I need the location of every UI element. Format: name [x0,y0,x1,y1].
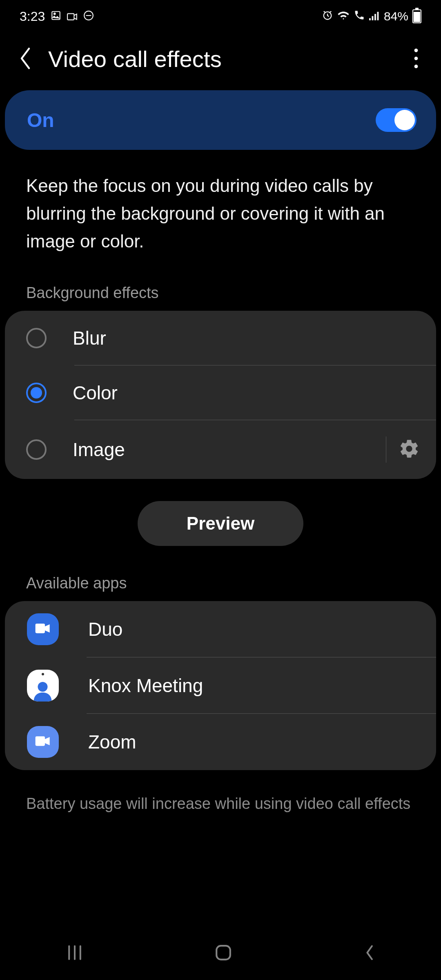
wifi-calling-icon [354,9,365,24]
battery-icon [412,9,421,23]
radio-label: Blur [73,327,420,349]
radio-label: Color [73,382,420,404]
preview-button[interactable]: Preview [138,501,303,546]
radio-label: Image [73,439,386,461]
svg-point-12 [414,65,418,68]
app-label: Duo [88,618,122,640]
section-header-available-apps: Available apps [5,562,436,601]
app-bar: Video call effects [0,29,441,90]
app-icon-zoom [27,726,59,758]
description-text: Keep the focus on you during video calls… [5,162,436,272]
app-label: Knox Meeting [88,675,203,697]
svg-rect-9 [377,12,379,20]
nav-recents-icon[interactable] [65,943,85,964]
svg-rect-2 [67,13,74,20]
signal-icon [369,9,380,23]
app-row-knox[interactable]: Knox Meeting [5,657,436,714]
svg-rect-6 [369,18,371,20]
svg-rect-15 [36,736,45,746]
page-title: Video call effects [48,46,388,72]
radio-color[interactable]: Color [5,365,436,420]
back-icon[interactable] [17,46,33,72]
camera-icon [35,735,51,749]
camera-icon [67,9,78,24]
radio-icon [26,439,47,460]
app-label: Zoom [88,731,136,753]
svg-rect-7 [372,16,373,20]
svg-point-14 [38,682,48,692]
nav-back-icon[interactable] [362,943,376,964]
radio-blur[interactable]: Blur [5,311,436,365]
app-icon-knox [27,670,59,702]
status-time: 3:23 [20,9,45,24]
camera-icon [35,622,51,636]
footer-note: Battery usage will increase while using … [5,770,436,816]
available-apps-card: Duo Knox Meeting Zoom [5,601,436,770]
bg-effects-card: Blur Color Image [5,311,436,479]
section-header-bg-effects: Background effects [5,272,436,311]
nav-home-icon[interactable] [214,943,233,964]
svg-rect-13 [36,624,45,633]
svg-rect-8 [374,14,376,20]
wifi-icon [337,9,350,23]
app-row-zoom[interactable]: Zoom [5,714,436,770]
alarm-icon [322,9,333,24]
overflow-menu-icon[interactable] [403,49,430,70]
navigation-bar [0,927,441,980]
svg-point-1 [54,13,56,14]
master-toggle-row[interactable]: On [5,90,436,150]
radio-image[interactable]: Image [5,420,436,479]
radio-icon [26,328,47,348]
gear-icon[interactable] [399,438,420,461]
master-toggle-label: On [27,109,54,131]
app-row-duo[interactable]: Duo [5,601,436,657]
svg-point-11 [414,56,418,60]
picture-icon [51,9,61,24]
app-icon-duo [27,613,59,645]
svg-rect-19 [216,946,230,960]
person-icon [32,681,54,702]
master-switch[interactable] [376,108,416,132]
radio-icon-selected [26,383,47,403]
svg-point-10 [414,49,418,52]
status-bar: 3:23 84% [0,0,441,29]
dnd-icon [83,9,94,24]
battery-percent: 84% [384,9,408,23]
